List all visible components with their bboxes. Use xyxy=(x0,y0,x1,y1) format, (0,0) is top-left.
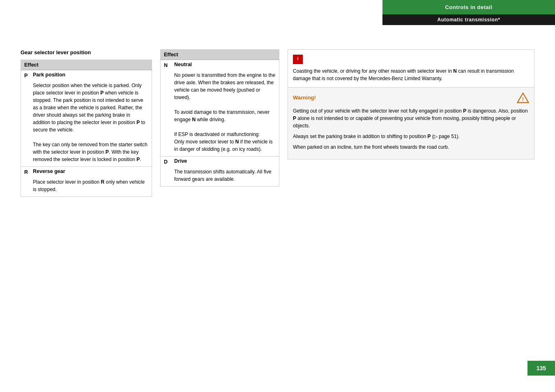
gear-name-neutral: Neutral xyxy=(171,60,279,70)
warning-header: Warning! ! xyxy=(293,92,529,103)
warning-text-3: When parked on an incline, turn the fron… xyxy=(293,143,529,151)
gear-letter-n: N xyxy=(161,60,171,70)
gear-name-drive: Drive xyxy=(171,157,279,167)
svg-text:i: i xyxy=(297,56,298,61)
main-content: Gear selector lever position Effect P Pa… xyxy=(0,49,555,197)
page-number-area: 135 xyxy=(527,361,555,376)
table-row: No power is transmitted from the engine … xyxy=(161,70,279,157)
effect-header-middle: Effect xyxy=(161,50,279,60)
info-svg-icon: i xyxy=(295,55,301,61)
gear-letter-r: R xyxy=(21,167,30,177)
info-box: i Coasting the vehicle, or driving for a… xyxy=(288,49,534,87)
middle-column: Effect N Neutral No power is transmitted… xyxy=(160,49,279,197)
gear-desc-neutral: No power is transmitted from the engine … xyxy=(171,70,279,157)
info-icon: i xyxy=(293,55,303,64)
effect-header-left: Effect xyxy=(21,60,152,70)
gear-desc-drive: The transmission shifts automatically. A… xyxy=(171,166,279,187)
warning-text-2: Always set the parking brake in addition… xyxy=(293,133,529,140)
table-row: P Park position xyxy=(21,70,152,81)
gear-name-reverse: Reverse gear xyxy=(30,167,152,177)
effect-table: Effect N Neutral No power is transmitted… xyxy=(160,49,279,187)
page-number: 135 xyxy=(527,361,555,376)
table-header-row: Effect xyxy=(161,50,279,60)
auto-transmission-label: Automatic transmission* xyxy=(382,14,555,25)
table-header-row: Effect xyxy=(21,60,152,70)
header-area: Controls in detail Automatic transmissio… xyxy=(382,0,555,25)
warning-title: Warning! xyxy=(293,94,316,102)
controls-in-detail-label: Controls in detail xyxy=(382,0,555,14)
right-column: i Coasting the vehicle, or driving for a… xyxy=(288,49,534,197)
gear-letter-d: D xyxy=(161,157,171,167)
section-title: Gear selector lever position xyxy=(21,49,152,55)
gear-name-park: Park position xyxy=(30,70,152,81)
table-row: The transmission shifts automatically. A… xyxy=(161,166,279,187)
gear-letter-p: P xyxy=(21,70,30,81)
left-column: Gear selector lever position Effect P Pa… xyxy=(21,49,152,197)
table-row: N Neutral xyxy=(161,60,279,70)
gear-desc-park: Selector position when the vehicle is pa… xyxy=(30,80,152,167)
gear-desc-reverse: Place selector lever in position R only … xyxy=(30,177,152,197)
warning-triangle-icon: ! xyxy=(517,92,529,103)
table-row: Place selector lever in position R only … xyxy=(21,177,152,197)
table-row: Selector position when the vehicle is pa… xyxy=(21,80,152,167)
table-row: D Drive xyxy=(161,157,279,167)
info-text: Coasting the vehicle, or driving for any… xyxy=(293,67,529,82)
warning-box: Warning! ! Getting out of your vehicle w… xyxy=(288,87,534,159)
warning-text-1: Getting out of your vehicle with the sel… xyxy=(293,107,529,129)
table-row: R Reverse gear xyxy=(21,167,152,177)
svg-text:!: ! xyxy=(522,96,524,102)
gear-table: Effect P Park position Selector position… xyxy=(21,60,152,197)
